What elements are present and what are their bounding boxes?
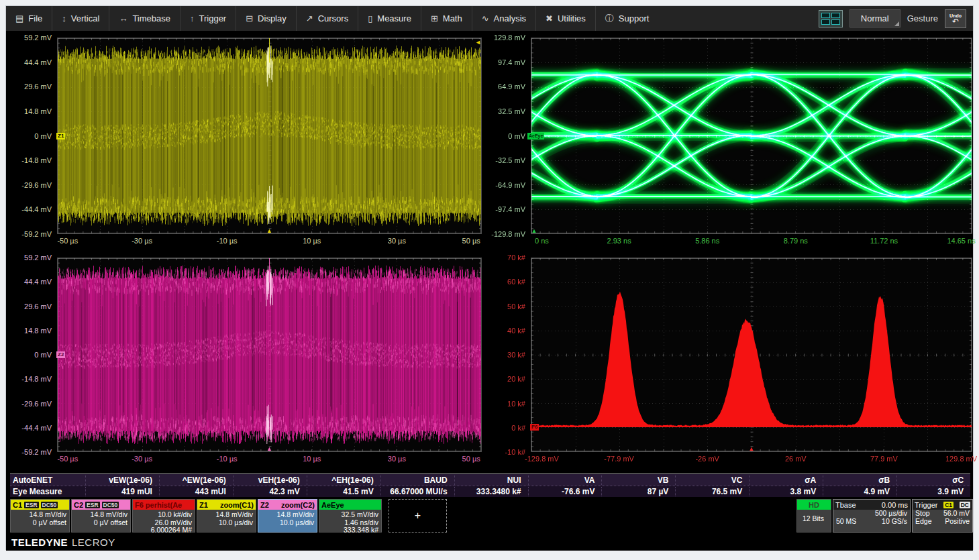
function-descriptor-f6[interactable]: F6 perhist(Ae 10.0 k#/div 26.0 mV/div 6.… bbox=[132, 499, 195, 533]
menu-item-timebase[interactable]: ↔Timebase bbox=[109, 6, 180, 31]
plus-icon: + bbox=[415, 510, 421, 522]
menu-item-display[interactable]: ⊟Display bbox=[236, 6, 296, 31]
trigger-coupling-badge: DC bbox=[960, 502, 970, 508]
y-tick-label: 70 k# bbox=[507, 254, 525, 262]
measurement-table[interactable]: AutoENET vEW(1e-06)^EW(1e-06)vEH(1e-06)^… bbox=[10, 473, 970, 497]
eye-descriptor-aeeye[interactable]: AeEye 32.5 mV/div 1.46 ns/div 333.348 k# bbox=[319, 499, 382, 533]
measurement-header-cell: VC bbox=[675, 475, 749, 485]
menu-item-analysis[interactable]: ∿Analysis bbox=[472, 6, 535, 31]
plot-aeeye-diagram[interactable]: AeEye ▲ bbox=[531, 38, 972, 234]
menu-item-file[interactable]: ▤File bbox=[6, 6, 52, 31]
y-tick-label: -14.8 mV bbox=[21, 156, 52, 164]
x-tick-label: -77.9 mV bbox=[604, 455, 634, 463]
measurement-value-cell: 419 mUI bbox=[85, 487, 159, 496]
channel-descriptor-c1[interactable]: C1 ESR DC50 14.8 mV/div 0 µV offset bbox=[10, 499, 70, 533]
f6-y-axis-labels: 70 k#60 k#50 k#40 k#30 k#20 k#10 k#0 k#-… bbox=[480, 258, 528, 452]
c2-offset: 0 µV offset bbox=[73, 519, 127, 527]
grid-cell bbox=[821, 13, 830, 18]
x-tick-label: -50 µs bbox=[57, 237, 78, 245]
c2-vdiv: 14.8 mV/div bbox=[73, 511, 127, 519]
support-icon: ⓘ bbox=[605, 13, 614, 25]
c2-coupling-badge: DC50 bbox=[102, 502, 119, 508]
f6-ydiv: 10.0 k#/div bbox=[134, 511, 192, 519]
menu-item-label: Display bbox=[258, 13, 287, 23]
menu-item-cursors[interactable]: ↗Cursors bbox=[296, 6, 358, 31]
hd-mode-descriptor[interactable]: HD 12 Bits bbox=[796, 499, 831, 533]
y-tick-label: 59.2 mV bbox=[24, 254, 52, 262]
menu-item-math[interactable]: ⊞Math bbox=[421, 6, 472, 31]
zoom-descriptor-z2[interactable]: Z2 zoom(C2) 14.8 mV/div 10.0 µs/div bbox=[258, 499, 317, 533]
z2-waveform-canvas bbox=[58, 258, 481, 451]
y-tick-label: 32.5 mV bbox=[498, 107, 525, 115]
brand-bar: TELEDYNE LECROY bbox=[6, 534, 973, 551]
x-tick-label: 8.79 ns bbox=[784, 237, 808, 245]
z2-trace-tag[interactable]: Z2 bbox=[56, 351, 65, 358]
menu-item-vertical[interactable]: ↕Vertical bbox=[52, 6, 109, 31]
menu-item-label: Timebase bbox=[132, 13, 170, 23]
utilities-icon: ✖ bbox=[546, 13, 553, 23]
channel-descriptor-c2[interactable]: C2 ESR DC50 14.8 mV/div 0 µV offset bbox=[71, 499, 131, 533]
trigger-slope: Positive bbox=[945, 518, 970, 526]
z1-trace-tag[interactable]: Z1 bbox=[56, 133, 65, 139]
tbase-label: Tbase bbox=[835, 501, 856, 509]
measurement-header-cell: VB bbox=[601, 475, 675, 485]
plot-f6-histogram[interactable]: F6 ▲ bbox=[531, 258, 972, 452]
hd-bits: 12 Bits bbox=[798, 515, 828, 523]
menu-item-trigger[interactable]: ↑Trigger bbox=[180, 6, 236, 31]
x-tick-label: 10 µs bbox=[303, 237, 321, 245]
measurement-header-cell: σC bbox=[896, 475, 970, 485]
hd-label: HD bbox=[809, 501, 819, 509]
y-tick-label: 30 k# bbox=[507, 351, 525, 359]
x-tick-label: 30 µs bbox=[388, 455, 406, 463]
x-tick-label: -129.8 mV bbox=[525, 455, 559, 463]
y-tick-label: -129.8 mV bbox=[491, 230, 525, 238]
display-icon: ⊟ bbox=[246, 13, 253, 23]
menu-item-label: Math bbox=[443, 13, 462, 23]
y-tick-label: 14.8 mV bbox=[24, 327, 52, 335]
grid-cell bbox=[831, 13, 840, 18]
y-tick-label: 29.6 mV bbox=[24, 302, 52, 311]
x-tick-label: -50 µs bbox=[57, 455, 78, 463]
menu-item-support[interactable]: ⓘSupport bbox=[595, 6, 659, 31]
timebase-descriptor[interactable]: Tbase 0.00 ms 500 µs/div 50 MS 10 GS/s bbox=[833, 499, 911, 533]
tbase-delay: 0.00 ms bbox=[882, 501, 908, 509]
trigger-descriptor[interactable]: Trigger C1 DC Stop 56.0 mV Edge Positive bbox=[912, 499, 973, 533]
aeeye-y-axis-labels: 129.8 mV97.4 mV64.9 mV32.5 mV0 mV-32.5 m… bbox=[480, 38, 528, 234]
grid-cell bbox=[821, 19, 830, 25]
add-trace-button[interactable]: + bbox=[389, 499, 447, 533]
z1-source: zoom(C1) bbox=[220, 501, 254, 509]
f6-trace-tag[interactable]: F6 bbox=[530, 424, 539, 431]
f6-label: F6 bbox=[135, 501, 144, 509]
measurement-header-cell: σB bbox=[823, 475, 896, 485]
measurement-header-cell: σA bbox=[749, 475, 823, 485]
x-tick-label: 14.65 ns bbox=[947, 237, 975, 245]
z2-y-axis-labels: 59.2 mV44.4 mV29.6 mV14.8 mV0 mV-14.8 mV… bbox=[6, 258, 54, 452]
y-tick-label: 50 k# bbox=[507, 302, 525, 311]
aeeye-x-axis-labels: 0 ns2.93 ns5.86 ns8.79 ns11.72 ns14.65 n… bbox=[531, 237, 972, 246]
grid-layout-icon[interactable] bbox=[819, 10, 843, 27]
y-tick-label: 0 mV bbox=[34, 132, 52, 140]
z2-tdiv: 10.0 µs/div bbox=[260, 519, 314, 527]
measurement-header-cell: BAUD bbox=[380, 475, 454, 485]
plot-z2-waveform[interactable]: Z2 ▲ bbox=[57, 258, 482, 452]
zoom-descriptor-z1[interactable]: Z1 zoom(C1) 14.8 mV/div 10.0 µs/div bbox=[197, 499, 256, 533]
aeeye-trace-tag[interactable]: AeEye bbox=[527, 133, 544, 139]
x-tick-label: 26 mV bbox=[785, 455, 807, 463]
aeeye-vdiv: 32.5 mV/div bbox=[321, 511, 378, 519]
menu-item-utilities[interactable]: ✖Utilities bbox=[535, 6, 595, 31]
tbase-tdiv: 500 µs/div bbox=[875, 510, 907, 518]
menu-item-measure[interactable]: ▯Measure bbox=[358, 6, 421, 31]
plot-z1-waveform[interactable]: Z1 ▲ ◄ bbox=[57, 38, 482, 234]
oscilloscope-app: ▤File↕Vertical↔Timebase↑Trigger⊟Display↗… bbox=[5, 5, 974, 550]
measurement-header-row: AutoENET vEW(1e-06)^EW(1e-06)vEH(1e-06)^… bbox=[10, 474, 970, 486]
x-tick-label: -26 mV bbox=[695, 455, 719, 463]
c2-label: C2 bbox=[74, 501, 83, 509]
measurement-value-cell: 42.3 mV bbox=[233, 487, 307, 496]
vertical-icon: ↕ bbox=[62, 13, 66, 23]
measurement-value-cell: 41.5 mV bbox=[307, 487, 380, 496]
measurement-value-cell: 4.9 mV bbox=[823, 487, 896, 496]
y-tick-label: 29.6 mV bbox=[24, 82, 52, 91]
display-mode-button[interactable]: Normal bbox=[849, 9, 900, 27]
f6-function: perhist(Ae bbox=[146, 501, 182, 509]
undo-button[interactable]: Undo↶ bbox=[945, 9, 966, 28]
